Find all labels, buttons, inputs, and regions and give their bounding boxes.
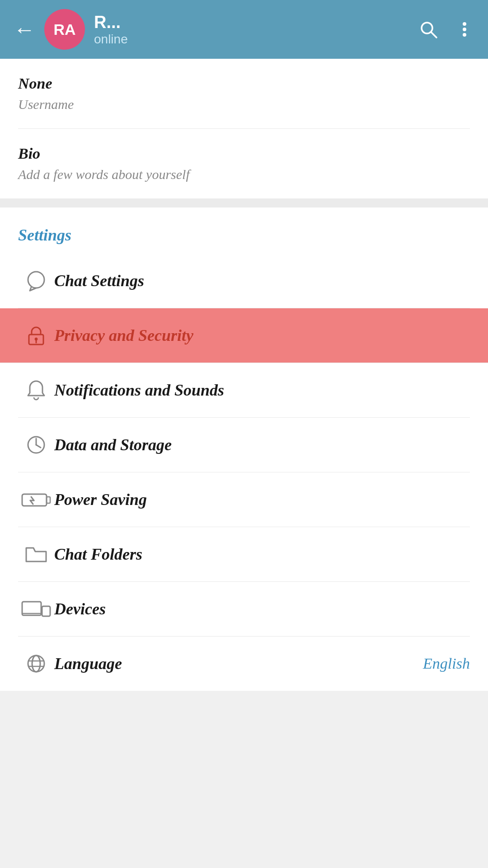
- settings-heading: Settings: [18, 208, 470, 254]
- sidebar-item-data-storage[interactable]: Data and Storage: [18, 418, 470, 472]
- svg-point-20: [28, 656, 44, 672]
- clock-icon: [18, 432, 54, 458]
- sidebar-item-privacy-security[interactable]: Privacy and Security: [0, 308, 488, 363]
- language-value: English: [423, 655, 470, 672]
- user-status: online: [94, 32, 409, 47]
- header-icons: [418, 19, 474, 39]
- svg-rect-13: [47, 497, 50, 503]
- battery-icon: [18, 487, 54, 512]
- data-storage-label: Data and Storage: [54, 435, 470, 454]
- more-menu-icon[interactable]: [455, 19, 474, 39]
- profile-section: None Username Bio Add a few words about …: [0, 59, 488, 198]
- username-item[interactable]: None Username: [18, 59, 470, 129]
- section-divider: [0, 198, 488, 208]
- privacy-security-label: Privacy and Security: [54, 326, 470, 345]
- globe-icon: [18, 651, 54, 676]
- power-saving-label: Power Saving: [54, 490, 470, 509]
- chat-folders-label: Chat Folders: [54, 545, 470, 564]
- bio-sublabel: Add a few words about yourself: [18, 167, 470, 182]
- folder-icon: [18, 542, 54, 567]
- svg-point-5: [28, 272, 44, 288]
- devices-icon: [18, 596, 54, 622]
- sidebar-item-chat-settings[interactable]: Chat Settings: [18, 254, 470, 308]
- header: ← RA R... online: [0, 0, 488, 59]
- svg-line-11: [36, 445, 41, 448]
- sidebar-item-devices[interactable]: Devices: [18, 582, 470, 637]
- bio-item[interactable]: Bio Add a few words about yourself: [18, 129, 470, 198]
- user-name: R...: [94, 13, 409, 32]
- bio-label: Bio: [18, 145, 470, 162]
- chat-settings-label: Chat Settings: [54, 271, 470, 290]
- sidebar-item-power-saving[interactable]: Power Saving: [18, 472, 470, 527]
- notifications-label: Notifications and Sounds: [54, 381, 470, 400]
- lock-icon: [18, 323, 54, 348]
- chat-icon: [18, 268, 54, 293]
- svg-rect-18: [42, 606, 50, 616]
- username-sublabel: Username: [18, 97, 470, 112]
- sidebar-item-notifications[interactable]: Notifications and Sounds: [18, 363, 470, 418]
- avatar: RA: [44, 9, 85, 50]
- search-icon[interactable]: [418, 19, 438, 39]
- settings-section: Settings Chat Settings Privacy and Secur…: [0, 208, 488, 691]
- header-title: R... online: [94, 13, 409, 47]
- username-label: None: [18, 75, 470, 92]
- back-button[interactable]: ←: [14, 19, 35, 40]
- bell-icon: [18, 377, 54, 403]
- sidebar-item-chat-folders[interactable]: Chat Folders: [18, 527, 470, 582]
- devices-label: Devices: [54, 599, 470, 618]
- svg-point-3: [463, 28, 466, 31]
- svg-line-1: [431, 32, 436, 38]
- svg-point-21: [32, 656, 40, 672]
- svg-point-2: [463, 22, 466, 26]
- language-label: Language: [54, 654, 423, 673]
- svg-point-4: [463, 33, 466, 37]
- sidebar-item-language[interactable]: Language English: [18, 637, 470, 691]
